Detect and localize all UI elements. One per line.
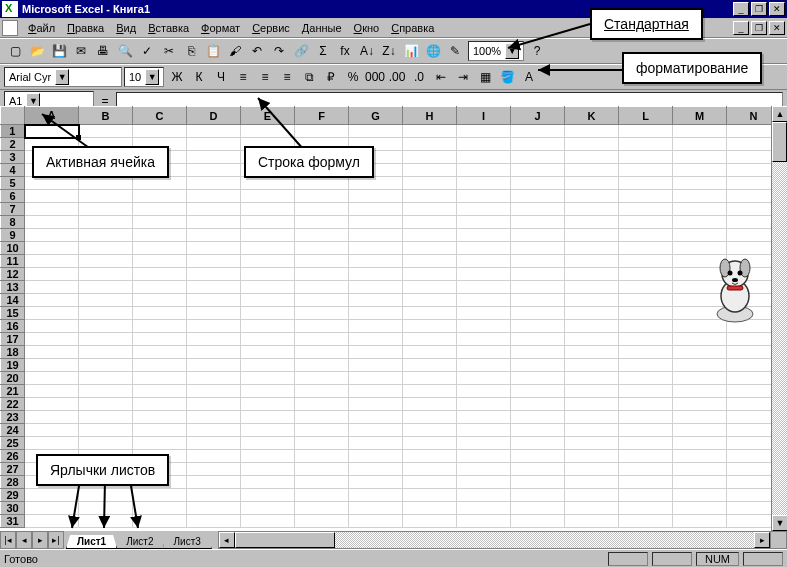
cell-B5[interactable] [79, 177, 133, 190]
cell-A6[interactable] [25, 190, 79, 203]
cell-H6[interactable] [403, 190, 457, 203]
cell-M27[interactable] [673, 463, 727, 476]
cell-D10[interactable] [187, 242, 241, 255]
cell-J19[interactable] [511, 359, 565, 372]
cell-B29[interactable] [79, 489, 133, 502]
cell-I6[interactable] [457, 190, 511, 203]
cell-D5[interactable] [187, 177, 241, 190]
menu-данные[interactable]: Данные [296, 20, 348, 36]
cell-G23[interactable] [349, 411, 403, 424]
chart-button[interactable]: 📊 [400, 40, 422, 62]
cell-H16[interactable] [403, 320, 457, 333]
cell-E1[interactable] [241, 125, 295, 138]
cell-C14[interactable] [133, 294, 187, 307]
paste-button[interactable]: 📋 [202, 40, 224, 62]
cell-M21[interactable] [673, 385, 727, 398]
cell-C24[interactable] [133, 424, 187, 437]
cell-J14[interactable] [511, 294, 565, 307]
sheet-tab-Лист2[interactable]: Лист2 [115, 535, 164, 549]
cell-A12[interactable] [25, 268, 79, 281]
inc-indent-button[interactable]: ⇥ [452, 66, 474, 88]
col-header-G[interactable]: G [349, 107, 403, 125]
cell-H26[interactable] [403, 450, 457, 463]
undo-button[interactable]: ↶ [246, 40, 268, 62]
cell-D22[interactable] [187, 398, 241, 411]
cell-H2[interactable] [403, 138, 457, 151]
cell-B31[interactable] [79, 515, 133, 528]
cell-A29[interactable] [25, 489, 79, 502]
zoom-combo[interactable]: 100% ▼ [468, 41, 524, 61]
cell-J7[interactable] [511, 203, 565, 216]
col-header-K[interactable]: K [565, 107, 619, 125]
cell-L22[interactable] [619, 398, 673, 411]
sort-desc-button[interactable]: Z↓ [378, 40, 400, 62]
cell-I20[interactable] [457, 372, 511, 385]
cell-D31[interactable] [187, 515, 241, 528]
cell-M2[interactable] [673, 138, 727, 151]
cell-D13[interactable] [187, 281, 241, 294]
link-button[interactable]: 🔗 [290, 40, 312, 62]
copy-button[interactable]: ⎘ [180, 40, 202, 62]
row-header-28[interactable]: 28 [1, 476, 25, 489]
align-left-button[interactable]: ≡ [232, 66, 254, 88]
cell-M18[interactable] [673, 346, 727, 359]
cell-L27[interactable] [619, 463, 673, 476]
row-header-20[interactable]: 20 [1, 372, 25, 385]
cell-D23[interactable] [187, 411, 241, 424]
cell-J18[interactable] [511, 346, 565, 359]
cell-A15[interactable] [25, 307, 79, 320]
cell-G31[interactable] [349, 515, 403, 528]
cell-J17[interactable] [511, 333, 565, 346]
row-header-15[interactable]: 15 [1, 307, 25, 320]
cell-G14[interactable] [349, 294, 403, 307]
cell-B25[interactable] [79, 437, 133, 450]
cell-I29[interactable] [457, 489, 511, 502]
scroll-down-button[interactable]: ▼ [772, 515, 787, 531]
cell-I27[interactable] [457, 463, 511, 476]
cell-G27[interactable] [349, 463, 403, 476]
cell-H28[interactable] [403, 476, 457, 489]
cell-B24[interactable] [79, 424, 133, 437]
row-header-11[interactable]: 11 [1, 255, 25, 268]
cell-F21[interactable] [295, 385, 349, 398]
cell-K9[interactable] [565, 229, 619, 242]
cell-A1[interactable] [25, 125, 79, 138]
cell-F1[interactable] [295, 125, 349, 138]
drawing-button[interactable]: ✎ [444, 40, 466, 62]
vertical-scrollbar[interactable]: ▲ ▼ [771, 106, 787, 531]
cell-B9[interactable] [79, 229, 133, 242]
cell-L26[interactable] [619, 450, 673, 463]
cell-G12[interactable] [349, 268, 403, 281]
row-header-22[interactable]: 22 [1, 398, 25, 411]
cell-A18[interactable] [25, 346, 79, 359]
cell-L30[interactable] [619, 502, 673, 515]
cell-L11[interactable] [619, 255, 673, 268]
row-header-14[interactable]: 14 [1, 294, 25, 307]
scroll-thumb[interactable] [772, 122, 787, 162]
cell-F18[interactable] [295, 346, 349, 359]
cell-F16[interactable] [295, 320, 349, 333]
help-button[interactable]: ? [526, 40, 548, 62]
cell-E7[interactable] [241, 203, 295, 216]
cell-J10[interactable] [511, 242, 565, 255]
cell-A23[interactable] [25, 411, 79, 424]
cell-C16[interactable] [133, 320, 187, 333]
cell-M3[interactable] [673, 151, 727, 164]
cell-G20[interactable] [349, 372, 403, 385]
cell-A19[interactable] [25, 359, 79, 372]
cell-C23[interactable] [133, 411, 187, 424]
cell-I1[interactable] [457, 125, 511, 138]
cell-J6[interactable] [511, 190, 565, 203]
percent-button[interactable]: % [342, 66, 364, 88]
cell-C1[interactable] [133, 125, 187, 138]
row-header-8[interactable]: 8 [1, 216, 25, 229]
cell-H31[interactable] [403, 515, 457, 528]
underline-button[interactable]: Ч [210, 66, 232, 88]
spell-button[interactable]: ✓ [136, 40, 158, 62]
cell-G30[interactable] [349, 502, 403, 515]
cell-H30[interactable] [403, 502, 457, 515]
font-name-combo[interactable]: Arial Cyr ▼ [4, 67, 122, 87]
currency-button[interactable]: ₽ [320, 66, 342, 88]
cell-L3[interactable] [619, 151, 673, 164]
cell-F27[interactable] [295, 463, 349, 476]
